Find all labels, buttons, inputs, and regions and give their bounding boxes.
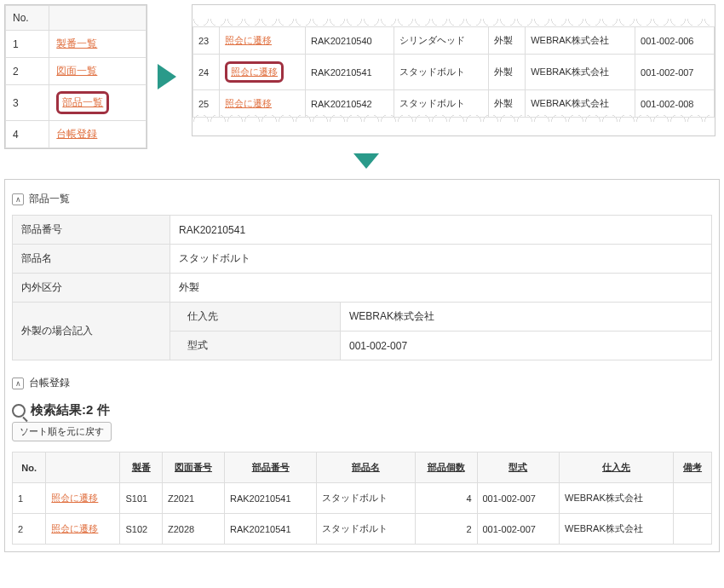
result-table: No. 製番 図面番号 部品番号 部品名 部品個数 型式 仕入先 備考 1 照会… xyxy=(12,452,712,545)
search-result-count: 検索結果:2 件 xyxy=(31,402,110,418)
col-model[interactable]: 型式 xyxy=(509,462,527,472)
row-no: 25 xyxy=(193,90,220,118)
part-name: シリンダヘッド xyxy=(394,27,489,55)
inquiry-link[interactable]: 照会に遷移 xyxy=(225,35,272,45)
chevron-up-icon: ∧ xyxy=(12,378,24,389)
vendor: WEBRAK株式会社 xyxy=(526,90,635,118)
link-highlight: 照会に遷移 xyxy=(225,61,284,83)
cell-part-name: スタッドボルト xyxy=(317,483,415,514)
part-name: スタッドボルト xyxy=(394,55,489,90)
wavy-edge-top xyxy=(192,5,715,22)
col-qty[interactable]: 部品個数 xyxy=(428,462,465,472)
category: 外製 xyxy=(489,90,526,118)
menu-link-daicho[interactable]: 台帳登録 xyxy=(56,128,97,140)
part-name: スタッドボルト xyxy=(394,90,489,118)
section-ledger[interactable]: ∧ 台帳登録 xyxy=(12,371,712,395)
label-part-no: 部品番号 xyxy=(13,216,170,245)
menu-table: No. 1 製番一覧 2 図面一覧 3 部品一覧 4 台帳登録 xyxy=(5,5,147,148)
detail-panel: ∧ 部品一覧 部品番号 RAK20210541 部品名 スタッドボルト 内外区分… xyxy=(4,179,720,552)
cell-no: 2 xyxy=(13,514,46,545)
cell-qty: 4 xyxy=(415,483,477,514)
table-row: 23 照会に遷移 RAK20210540 シリンダヘッド 外製 WEBRAK株式… xyxy=(193,27,715,55)
label-model: 型式 xyxy=(170,331,341,360)
cell-part-name: スタッドボルト xyxy=(317,514,415,545)
menu-link-zumen[interactable]: 図面一覧 xyxy=(56,65,97,77)
value-part-name: スタッドボルト xyxy=(170,245,712,274)
reset-sort-button[interactable]: ソート順を元に戻す xyxy=(12,422,112,441)
search-result-header: 検索結果:2 件 xyxy=(12,395,712,422)
parts-list-table: 23 照会に遷移 RAK20210540 シリンダヘッド 外製 WEBRAK株式… xyxy=(192,26,715,118)
cell-zumen: Z2028 xyxy=(163,514,225,545)
cell-vendor: WEBRAK株式会社 xyxy=(560,483,674,514)
wavy-edge-bottom xyxy=(192,118,715,135)
col-no: No. xyxy=(13,453,46,483)
category: 外製 xyxy=(489,27,526,55)
section-title: 部品一覧 xyxy=(29,192,70,206)
model: 001-002-006 xyxy=(635,27,715,55)
menu-no: 3 xyxy=(6,85,49,121)
menu-no: 1 xyxy=(6,31,49,58)
label-external-note: 外製の場合記入 xyxy=(13,303,170,360)
model: 001-002-008 xyxy=(635,90,715,118)
menu-no: 4 xyxy=(6,121,49,148)
inquiry-link[interactable]: 照会に遷移 xyxy=(51,523,98,533)
menu-highlight: 部品一覧 xyxy=(56,91,109,114)
cell-qty: 2 xyxy=(415,514,477,545)
detail-table: 部品番号 RAK20210541 部品名 スタッドボルト 内外区分 外製 外製の… xyxy=(12,215,712,360)
menu-row: 2 図面一覧 xyxy=(6,58,147,85)
arrow-right-icon xyxy=(158,64,176,89)
col-seiban[interactable]: 製番 xyxy=(132,462,151,472)
part-no: RAK20210541 xyxy=(306,55,394,90)
value-model: 001-002-007 xyxy=(341,331,712,360)
row-no: 23 xyxy=(193,27,220,55)
menu-row: 1 製番一覧 xyxy=(6,31,147,58)
arrow-down-icon xyxy=(353,153,379,169)
chevron-up-icon: ∧ xyxy=(12,193,24,205)
col-vendor[interactable]: 仕入先 xyxy=(602,462,630,472)
value-vendor: WEBRAK株式会社 xyxy=(341,303,712,331)
col-part-no[interactable]: 部品番号 xyxy=(252,462,290,472)
list-panel: 23 照会に遷移 RAK20210540 シリンダヘッド 外製 WEBRAK株式… xyxy=(192,4,715,136)
menu-row: 4 台帳登録 xyxy=(6,121,147,148)
cell-remarks xyxy=(674,514,712,545)
inquiry-link[interactable]: 照会に遷移 xyxy=(231,66,278,77)
cell-model: 001-002-007 xyxy=(477,483,560,514)
menu-row: 3 部品一覧 xyxy=(6,85,147,121)
menu-header-no: No. xyxy=(6,6,49,31)
table-row: 1 照会に遷移 S101 Z2021 RAK20210541 スタッドボルト 4… xyxy=(13,483,712,514)
label-part-name: 部品名 xyxy=(13,245,170,274)
table-row: 2 照会に遷移 S102 Z2028 RAK20210541 スタッドボルト 2… xyxy=(13,514,712,545)
part-no: RAK20210542 xyxy=(306,90,394,118)
label-category: 内外区分 xyxy=(13,274,170,303)
cell-seiban: S101 xyxy=(120,483,163,514)
menu-header-blank xyxy=(49,6,147,31)
cell-part-no: RAK20210541 xyxy=(224,483,316,514)
cell-zumen: Z2021 xyxy=(163,483,225,514)
col-zumen[interactable]: 図面番号 xyxy=(175,462,212,472)
table-row: 24 照会に遷移 RAK20210541 スタッドボルト 外製 WEBRAK株式… xyxy=(193,55,715,90)
search-icon xyxy=(12,404,26,418)
inquiry-link[interactable]: 照会に遷移 xyxy=(225,98,272,108)
inquiry-link[interactable]: 照会に遷移 xyxy=(51,493,98,503)
menu-link-buhin[interactable]: 部品一覧 xyxy=(62,96,103,108)
menu-link-seiban[interactable]: 製番一覧 xyxy=(56,37,97,49)
category: 外製 xyxy=(489,55,526,90)
section-title: 台帳登録 xyxy=(29,376,70,390)
model: 001-002-007 xyxy=(635,55,715,90)
cell-part-no: RAK20210541 xyxy=(224,514,316,545)
col-part-name[interactable]: 部品名 xyxy=(352,462,380,472)
cell-seiban: S102 xyxy=(120,514,163,545)
cell-model: 001-002-007 xyxy=(477,514,560,545)
cell-no: 1 xyxy=(13,483,46,514)
row-no: 24 xyxy=(193,55,220,90)
cell-vendor: WEBRAK株式会社 xyxy=(560,514,674,545)
col-link xyxy=(46,453,120,483)
vendor: WEBRAK株式会社 xyxy=(526,55,635,90)
table-row: 25 照会に遷移 RAK20210542 スタッドボルト 外製 WEBRAK株式… xyxy=(193,90,715,118)
label-vendor: 仕入先 xyxy=(170,303,341,331)
value-part-no: RAK20210541 xyxy=(170,216,712,245)
menu-no: 2 xyxy=(6,58,49,85)
vendor: WEBRAK株式会社 xyxy=(526,27,635,55)
section-parts-list[interactable]: ∧ 部品一覧 xyxy=(12,187,712,211)
col-remarks[interactable]: 備考 xyxy=(683,462,702,472)
